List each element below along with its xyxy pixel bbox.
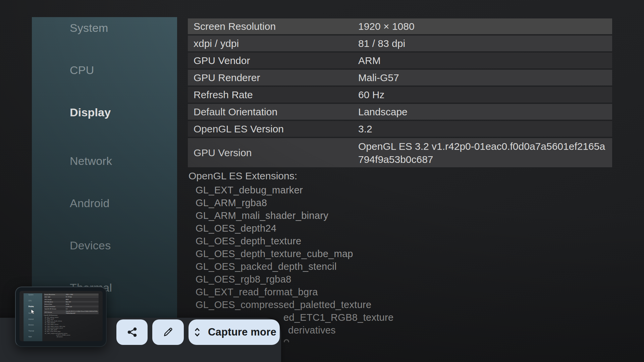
pencil-icon bbox=[162, 326, 174, 338]
row-label: GPU Version bbox=[45, 310, 52, 314]
sidebar-items: System CPU Display Network Android Devic… bbox=[23, 292, 42, 340]
sidebar-item-system: System bbox=[23, 292, 42, 298]
table-row-refresh-rate[interactable]: Refresh Rate 60 Hz bbox=[188, 87, 612, 103]
mouse-cursor-icon bbox=[31, 309, 36, 314]
table-row-screen-resolution[interactable]: Screen Resolution 644 × 362 bbox=[188, 18, 612, 34]
extensions-header: OpenGL ES Extensions: bbox=[189, 170, 297, 182]
sidebar-item-devices[interactable]: Devices bbox=[32, 224, 177, 266]
row-label: Default Orientation bbox=[45, 305, 55, 308]
row-label: GPU Renderer bbox=[45, 301, 53, 303]
sidebar-item-network[interactable]: Network bbox=[32, 140, 177, 182]
table-row-screen-resolution: Screen Resolution 644 × 362 bbox=[44, 294, 98, 296]
extension-item: GL_OES_depth_texture_cube_map bbox=[196, 247, 611, 260]
extension-item: GL_ARM_rgba8 bbox=[196, 196, 611, 209]
display-info-table: Screen Resolution 644 × 362 xdpi / ydp… bbox=[188, 18, 612, 169]
row-value: 644 × 362 bbox=[66, 294, 98, 296]
capture-more-label: Capture more bbox=[208, 326, 276, 338]
display-info-table: Screen Resolution 644 × 362 xdpi / ydp… bbox=[44, 294, 98, 314]
extension-item-truncated: derivatives bbox=[288, 324, 611, 337]
table-row-gpu-renderer: GPU Renderer Mali-G57 bbox=[44, 301, 98, 303]
extension-item: GL_ARM_mali_shader_binary bbox=[196, 209, 611, 222]
sidebar-item-display[interactable]: Display bbox=[32, 91, 177, 133]
row-value: 60 Hz bbox=[66, 303, 98, 305]
row-label: Refresh Rate bbox=[45, 303, 52, 305]
row-label: GPU Vendor bbox=[45, 298, 52, 301]
row-value: OpenGL ES 3.2 v1.r42p0-01eac0.f0d0a7a560… bbox=[66, 310, 98, 314]
row-value: 644 × 362 bbox=[358, 18, 609, 34]
table-row-gpu-vendor[interactable]: GPU Vendor ARM bbox=[188, 53, 612, 68]
row-value: Mali-G57 bbox=[66, 301, 98, 303]
sidebar-item-devices: Devices bbox=[23, 322, 42, 328]
extensions-list: GL_EXT_debug_marker GL_ARM_rgba8 GL_ARM_… bbox=[45, 316, 98, 338]
sidebar-item-cpu: CPU bbox=[23, 298, 42, 304]
row-label: Screen Resolution bbox=[45, 294, 55, 296]
sidebar-item-apps: Apps bbox=[23, 334, 42, 340]
table-row-gpu-renderer[interactable]: GPU Renderer Mali-G57 bbox=[188, 70, 612, 85]
row-label: Refresh Rate bbox=[194, 87, 253, 103]
extension-item: GL_OES_rgb8_rgba8 bbox=[196, 273, 611, 286]
edit-button[interactable] bbox=[152, 319, 184, 345]
share-button[interactable] bbox=[116, 319, 148, 345]
clipped-text-fragment bbox=[284, 339, 289, 342]
table-row-gpu-version: GPU Version OpenGL ES 3.2 v1.r42p0-01eac… bbox=[44, 310, 98, 314]
row-label: Default Orientation bbox=[194, 104, 277, 120]
table-row-opengl-es-version[interactable]: OpenGL ES Version 3.2 bbox=[188, 121, 612, 137]
extension-item: GL_EXT_debug_marker bbox=[196, 184, 611, 196]
table-row-dpi: xdpi / ydpi 81 / 83 dpi bbox=[44, 296, 98, 298]
table-row-gpu-version[interactable]: GPU Version OpenGL ES 3.2 v1.r42p0-01eac… bbox=[188, 138, 612, 167]
row-label: OpenGL ES Version bbox=[194, 121, 284, 137]
sidebar-item-cpu[interactable]: CPU bbox=[32, 49, 177, 91]
extension-item-truncated: derivatives bbox=[57, 336, 99, 338]
row-label: xdpi / ydpi bbox=[45, 296, 50, 298]
row-value: ARM bbox=[66, 298, 98, 301]
row-label: GPU Vendor bbox=[194, 53, 250, 68]
extension-item: GL_OES_depth24 bbox=[196, 222, 611, 235]
sidebar-item-system[interactable]: System bbox=[32, 7, 177, 49]
row-label: xdpi / ydpi bbox=[194, 36, 239, 51]
device-info-screen: System CPU Display Network Android Devic… bbox=[19, 291, 103, 341]
table-row-gpu-vendor: GPU Vendor ARM bbox=[44, 298, 98, 301]
row-value: 81 / 83 dpi bbox=[66, 296, 98, 298]
row-value: 81 / 83 dpi bbox=[358, 36, 609, 51]
extension-item: GL_EXT_read_format_bgra bbox=[196, 286, 611, 298]
extensions-header: OpenGL ES Extensions: bbox=[44, 314, 58, 316]
row-value: 60 Hz bbox=[358, 87, 609, 103]
row-label: GPU Version bbox=[194, 138, 252, 167]
sidebar-item-thermal: Thermal bbox=[23, 328, 42, 334]
row-value: 3.2 bbox=[66, 308, 98, 310]
row-label: GPU Renderer bbox=[194, 70, 260, 85]
sidebar: System CPU Display Network Android Devic… bbox=[23, 293, 42, 341]
unfold-more-icon bbox=[192, 326, 203, 338]
extension-item-truncated: ed_ETC1_RGB8_texture bbox=[283, 311, 611, 324]
extension-item: GL_OES_compressed_paletted_texture bbox=[196, 298, 611, 311]
screenshot-thumbnail-preview: System CPU Display Network Android Devic… bbox=[19, 291, 103, 341]
row-label: Screen Resolution bbox=[194, 18, 276, 34]
row-label: OpenGL ES Version bbox=[45, 308, 56, 310]
row-value: Landscape bbox=[358, 104, 609, 120]
row-value: OpenGL ES 3.2 v1.r42p0-01eac0.f0d0a7a560… bbox=[358, 138, 609, 166]
table-row-default-orientation: Default Orientation Landscape bbox=[44, 305, 98, 308]
table-row-refresh-rate: Refresh Rate 60 Hz bbox=[44, 303, 98, 305]
extension-item: GL_OES_depth_texture bbox=[196, 235, 611, 247]
clipped-text-fragment bbox=[56, 338, 57, 339]
sidebar-item-display: Display bbox=[23, 304, 42, 310]
table-row-default-orientation[interactable]: Default Orientation Landscape bbox=[188, 104, 612, 120]
row-value: Mali-G57 bbox=[358, 70, 609, 85]
sidebar-item-android[interactable]: Android bbox=[32, 182, 177, 224]
capture-more-button[interactable]: Capture more bbox=[189, 319, 280, 345]
row-value: 3.2 bbox=[358, 121, 609, 137]
row-value: ARM bbox=[358, 53, 609, 68]
table-row-opengl-es-version: OpenGL ES Version 3.2 bbox=[44, 308, 98, 310]
row-value: Landscape bbox=[66, 305, 98, 308]
screenshot-thumbnail[interactable]: System CPU Display Network Android Devic… bbox=[15, 287, 107, 347]
extension-item: GL_OES_packed_depth_stencil bbox=[196, 260, 611, 273]
extensions-list: GL_EXT_debug_marker GL_ARM_rgba8 GL_ARM_… bbox=[196, 184, 611, 337]
screenshot-thumbnail-content: System CPU Display Network Android Devic… bbox=[19, 291, 103, 341]
share-icon bbox=[126, 326, 138, 338]
sidebar-item-android: Android bbox=[23, 316, 42, 322]
table-row-dpi[interactable]: xdpi / ydpi 81 / 83 dpi bbox=[188, 36, 612, 51]
